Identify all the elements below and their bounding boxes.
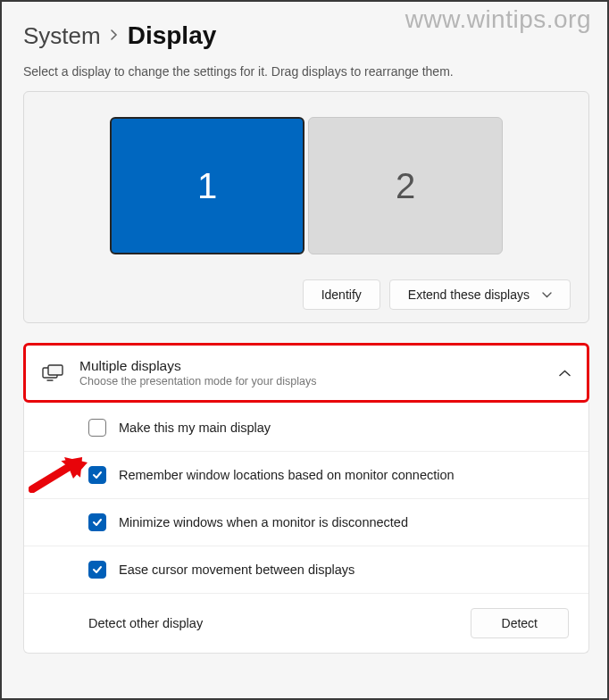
- monitor-canvas[interactable]: 1 2: [42, 110, 571, 279]
- breadcrumb-current: Display: [128, 21, 217, 50]
- checkbox-ease-cursor[interactable]: [88, 561, 106, 579]
- option-detect-display: Detect other display Detect: [24, 593, 588, 653]
- option-minimize-disconnected[interactable]: Minimize windows when a monitor is disco…: [24, 498, 588, 546]
- detect-button[interactable]: Detect: [471, 608, 569, 638]
- checkbox-minimize-disconnected[interactable]: [88, 513, 106, 531]
- breadcrumb-parent[interactable]: System: [23, 22, 101, 50]
- breadcrumb: System Display: [23, 21, 589, 50]
- monitor-2[interactable]: 2: [308, 117, 503, 254]
- option-label: Remember window locations based on monit…: [119, 468, 455, 482]
- chevron-up-icon: [559, 366, 571, 379]
- extend-displays-dropdown[interactable]: Extend these displays: [389, 279, 571, 310]
- option-label: Ease cursor movement between displays: [119, 562, 355, 577]
- detect-label: Detect other display: [88, 616, 203, 630]
- option-main-display[interactable]: Make this my main display: [24, 403, 588, 451]
- display-hint: Select a display to change the settings …: [23, 64, 589, 79]
- monitor-1[interactable]: 1: [110, 117, 304, 254]
- option-label: Minimize windows when a monitor is disco…: [119, 515, 408, 529]
- checkbox-main-display[interactable]: [88, 419, 106, 437]
- multiple-displays-options: Make this my main display Remember windo…: [23, 403, 589, 654]
- option-remember-locations[interactable]: Remember window locations based on monit…: [24, 451, 588, 498]
- chevron-right-icon: [110, 28, 119, 44]
- section-title: Multiple displays: [79, 358, 316, 374]
- identify-button[interactable]: Identify: [303, 279, 380, 310]
- option-label: Make this my main display: [119, 421, 271, 435]
- chevron-down-icon: [542, 289, 552, 300]
- multiple-displays-icon: [42, 364, 63, 382]
- section-subtitle: Choose the presentation mode for your di…: [79, 375, 316, 388]
- checkbox-remember-locations[interactable]: [88, 466, 106, 484]
- multiple-displays-section[interactable]: Multiple displays Choose the presentatio…: [23, 343, 589, 403]
- svg-rect-1: [48, 365, 63, 375]
- display-arranger: 1 2 Identify Extend these displays: [23, 91, 589, 323]
- option-ease-cursor[interactable]: Ease cursor movement between displays: [24, 546, 588, 593]
